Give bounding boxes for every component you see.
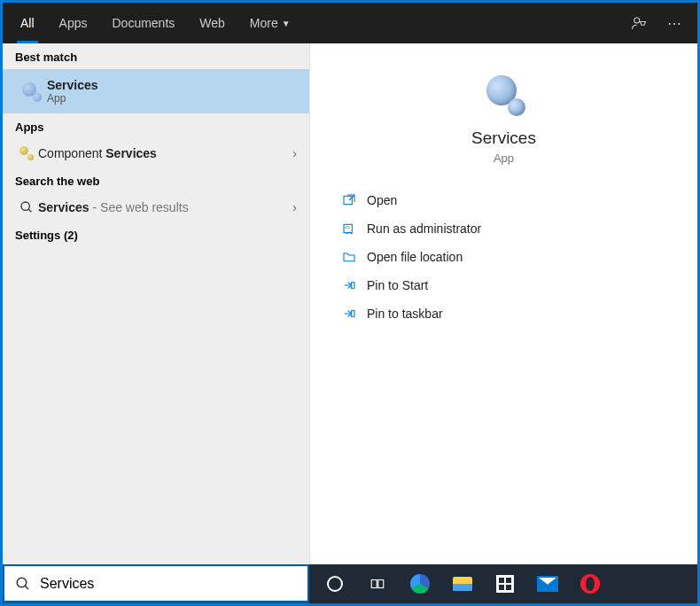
search-box[interactable]	[3, 564, 309, 603]
results-panel: Best match Services App Apps Component S…	[3, 43, 309, 564]
action-open-location[interactable]: Open file location	[331, 243, 676, 271]
section-best-match: Best match	[3, 43, 309, 69]
chevron-right-icon: ›	[292, 146, 297, 160]
taskbar-edge[interactable]	[400, 564, 440, 603]
feedback-icon[interactable]	[621, 15, 657, 31]
action-open[interactable]: Open	[331, 186, 676, 214]
section-apps: Apps	[3, 113, 309, 139]
svg-point-7	[17, 578, 27, 587]
result-services[interactable]: Services App	[3, 69, 309, 113]
pin-icon	[342, 307, 367, 321]
action-pin-taskbar[interactable]: Pin to taskbar	[331, 299, 676, 328]
tab-more[interactable]: More▼	[237, 3, 303, 43]
edge-icon	[410, 574, 430, 594]
tab-documents[interactable]: Documents	[99, 3, 187, 43]
store-icon	[496, 575, 514, 593]
svg-line-8	[25, 586, 28, 589]
component-services-icon	[15, 146, 38, 160]
taskbar-explorer[interactable]	[442, 564, 483, 603]
folder-icon	[342, 250, 367, 264]
search-tabs: All Apps Documents Web More▼ ⋯	[3, 3, 697, 43]
svg-rect-10	[378, 580, 384, 588]
svg-rect-9	[371, 580, 377, 588]
taskbar-opera[interactable]	[570, 564, 611, 603]
preview-title: Services	[471, 128, 536, 148]
svg-line-2	[28, 209, 31, 212]
taskbar	[309, 564, 697, 603]
result-subtitle: App	[47, 92, 297, 105]
cortana-icon	[327, 576, 343, 592]
taskbar-store[interactable]	[485, 564, 525, 603]
taskbar-cortana[interactable]	[315, 564, 355, 603]
section-web: Search the web	[3, 167, 309, 193]
tab-web[interactable]: Web	[187, 3, 237, 43]
open-icon	[342, 193, 367, 207]
preview-panel: Services App Open Run as administrator O…	[309, 43, 697, 564]
taskview-icon	[369, 576, 385, 592]
search-input[interactable]	[40, 576, 297, 592]
svg-point-1	[21, 202, 29, 210]
opera-icon	[580, 574, 600, 594]
result-component-services[interactable]: Component Services ›	[3, 139, 309, 167]
chevron-right-icon: ›	[292, 200, 297, 214]
action-pin-start[interactable]: Pin to Start	[331, 271, 676, 299]
result-title: Services	[47, 78, 297, 92]
pin-icon	[342, 278, 367, 292]
taskbar-mail[interactable]	[527, 564, 568, 603]
mail-icon	[537, 576, 558, 592]
tab-all[interactable]: All	[8, 3, 47, 43]
taskbar-taskview[interactable]	[357, 564, 398, 603]
folder-icon	[453, 577, 472, 591]
preview-type: App	[494, 152, 514, 165]
admin-icon	[342, 221, 367, 236]
result-web-services[interactable]: Services - See web results ›	[3, 193, 309, 221]
svg-rect-6	[352, 311, 354, 317]
search-icon	[15, 576, 31, 592]
more-options-icon[interactable]: ⋯	[657, 15, 692, 32]
taskbar-area	[3, 564, 697, 603]
svg-rect-3	[344, 196, 352, 204]
services-large-icon	[485, 75, 524, 114]
search-icon	[15, 200, 38, 214]
section-settings[interactable]: Settings (2)	[3, 221, 309, 247]
action-run-admin[interactable]: Run as administrator	[331, 214, 676, 243]
tab-apps[interactable]: Apps	[47, 3, 100, 43]
services-icon	[15, 82, 47, 100]
svg-point-0	[634, 18, 640, 23]
svg-rect-5	[352, 283, 354, 289]
